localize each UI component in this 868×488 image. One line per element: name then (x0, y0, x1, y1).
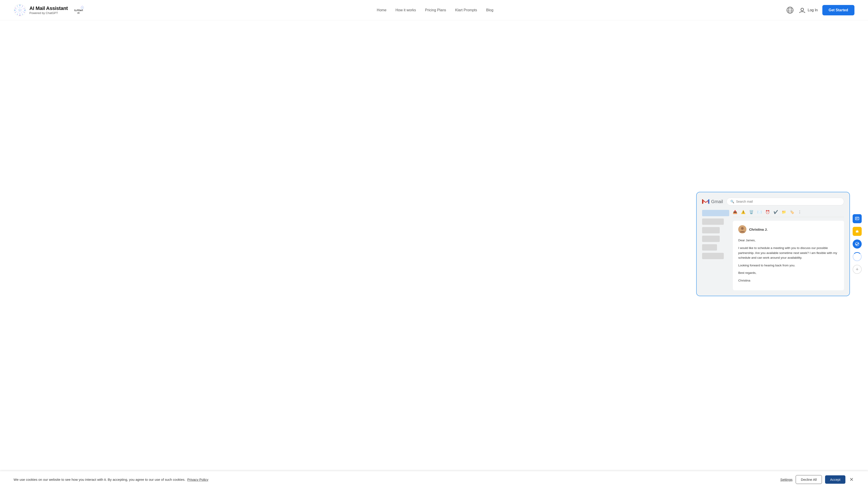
svg-point-15 (23, 8, 24, 9)
toolbar-snooze-icon[interactable]: ⏰ (765, 210, 770, 214)
nav-blog[interactable]: Blog (486, 8, 493, 12)
svg-point-20 (17, 11, 17, 11)
svg-point-19 (18, 12, 19, 13)
svg-point-16 (23, 11, 24, 11)
svg-point-40 (81, 7, 81, 8)
svg-point-36 (84, 7, 84, 8)
svg-point-21 (17, 8, 17, 9)
search-magnifier-icon: 🔍 (730, 200, 734, 203)
cookie-accept-button[interactable]: Accept (825, 475, 845, 484)
toolbar-move-icon[interactable]: ✉️ (757, 210, 762, 214)
svg-point-3 (24, 8, 25, 9)
svg-point-38 (82, 8, 83, 9)
sender-avatar (738, 225, 746, 233)
svg-point-10 (14, 9, 16, 11)
cookie-text: We use cookies on our website to see how… (13, 478, 776, 482)
ai-btn-1-icon (855, 217, 860, 221)
svg-point-25 (21, 10, 22, 11)
gmail-email-toolbar: 📥 ⚠️ 🗑️ ✉️ ⏰ ✔️ 📁 🏷️ ⋮ (733, 210, 844, 217)
ai-action-btn-1[interactable] (852, 214, 862, 223)
ai-sidebar-actions: + (852, 214, 862, 274)
svg-point-13 (20, 6, 20, 7)
svg-point-26 (20, 11, 20, 12)
toolbar-spam-icon[interactable]: ⚠️ (741, 210, 745, 214)
svg-point-22 (18, 7, 19, 8)
privacy-policy-link[interactable]: Privacy Policy (187, 478, 208, 482)
brand-subtitle: Powered by ChatGPT (29, 11, 68, 15)
svg-point-52 (741, 227, 744, 230)
cookie-close-button[interactable]: ✕ (848, 476, 855, 484)
email-sign-off: Best regards, (738, 270, 839, 275)
avatar-image (738, 225, 746, 233)
nav-pricing-plans[interactable]: Pricing Plans (425, 8, 446, 12)
ai-spinner-btn (852, 252, 862, 261)
cookie-settings-button[interactable]: Settings (780, 478, 793, 482)
navbar-actions: Log In Get Started (786, 5, 855, 15)
gmail-search-box[interactable]: 🔍 (726, 198, 844, 205)
toolbar-archive-icon[interactable]: 📥 (733, 210, 737, 214)
svg-point-9 (15, 12, 16, 13)
navbar: AI Mail Assistant Powered by ChatGPT by … (0, 0, 868, 20)
toolbar-tasks-icon[interactable]: ✔️ (774, 210, 778, 214)
svg-point-11 (15, 8, 16, 8)
gmail-header: Gmail 🔍 (702, 198, 844, 205)
nav-how-it-works[interactable]: How it works (396, 8, 416, 12)
nav-klart-prompts[interactable]: Klart Prompts (455, 8, 477, 12)
ai-btn-3-icon (855, 242, 860, 246)
klart-logo-icon: by Klart AI (73, 5, 84, 15)
login-button[interactable]: Log In (799, 6, 817, 14)
ai-add-btn[interactable]: + (852, 265, 862, 274)
main-nav: Home How it works Pricing Plans Klart Pr… (377, 8, 493, 12)
gmail-content-area: 📥 ⚠️ 🗑️ ✉️ ⏰ ✔️ 📁 🏷️ ⋮ (733, 210, 844, 290)
svg-point-5 (24, 12, 25, 13)
email-body-text: Dear James, I would like to schedule a m… (738, 238, 839, 283)
toolbar-folder-icon[interactable]: 📁 (782, 210, 786, 214)
ai-action-btn-3[interactable] (852, 239, 862, 249)
sidebar-bar-1 (702, 219, 724, 225)
svg-point-34 (82, 6, 83, 6)
svg-point-4 (24, 9, 26, 11)
svg-point-35 (83, 6, 84, 7)
gmail-sidebar (702, 210, 729, 290)
svg-point-29 (20, 10, 20, 11)
email-view: Christina J. Dear James, I would like to… (733, 221, 844, 290)
toolbar-trash-icon[interactable]: 🗑️ (749, 210, 754, 214)
sidebar-bar-5 (702, 253, 724, 259)
ai-btn-2-icon (855, 229, 860, 234)
svg-point-8 (17, 14, 18, 15)
gmail-logo: Gmail (702, 199, 723, 204)
brand-logo-link[interactable]: AI Mail Assistant Powered by ChatGPT by … (13, 4, 84, 17)
user-icon (799, 6, 806, 14)
toolbar-more-icon[interactable]: ⋮ (798, 210, 802, 214)
gmail-body: 📥 ⚠️ 🗑️ ✉️ ⏰ ✔️ 📁 🏷️ ⋮ (702, 210, 844, 290)
cookie-decline-button[interactable]: Decline All (796, 475, 822, 484)
globe-icon[interactable] (786, 6, 794, 14)
svg-point-12 (17, 6, 18, 6)
brand-title: AI Mail Assistant (29, 5, 68, 11)
ai-action-btn-2[interactable] (852, 227, 862, 236)
sidebar-bar-4 (702, 244, 717, 251)
login-label: Log In (808, 8, 817, 12)
svg-point-14 (22, 7, 22, 8)
gmail-mockup: Gmail 🔍 (696, 192, 850, 296)
svg-marker-54 (855, 230, 859, 233)
get-started-button[interactable]: Get Started (822, 5, 855, 15)
svg-point-41 (81, 6, 82, 7)
toolbar-tag-icon[interactable]: 🏷️ (790, 210, 794, 214)
cookie-banner: We use cookies on our website to see how… (0, 471, 868, 488)
svg-point-39 (81, 8, 82, 8)
brand-logo-icon (13, 4, 26, 17)
svg-point-2 (22, 6, 23, 6)
svg-point-28 (18, 9, 19, 10)
gmail-mockup-wrapper: Gmail 🔍 (696, 192, 850, 296)
svg-point-42 (82, 7, 83, 8)
svg-point-18 (20, 13, 20, 14)
svg-point-7 (20, 14, 21, 15)
gmail-search-input[interactable] (736, 200, 840, 203)
nav-home[interactable]: Home (377, 8, 386, 12)
email-body-1: I would like to schedule a meeting with … (738, 246, 839, 260)
sidebar-bar-selected (702, 210, 729, 216)
svg-point-24 (21, 9, 22, 10)
svg-rect-53 (855, 217, 859, 220)
cookie-text-content: We use cookies on our website to see how… (13, 478, 185, 482)
